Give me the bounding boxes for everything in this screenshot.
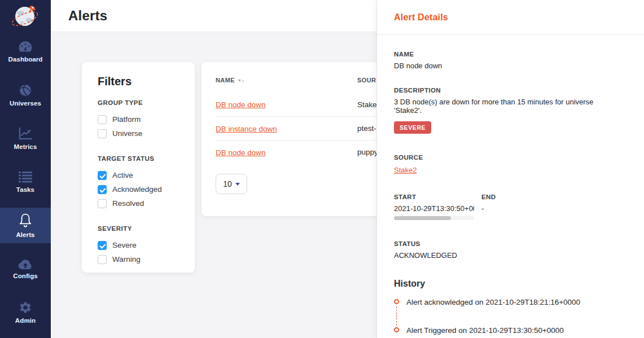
timeline-marker-icon <box>394 299 399 304</box>
name-column-label: NAME <box>216 77 235 84</box>
gear-icon <box>19 301 32 314</box>
universe-checkbox[interactable] <box>98 129 107 138</box>
filter-group-label: TARGET STATUS <box>98 155 183 162</box>
start-field: START 2021-10-29T13:30:50+0000 <box>394 194 481 220</box>
sidebar-item-universes[interactable]: Universes <box>0 77 51 113</box>
description-field-value: 3 DB node(s) are down for more than 15 m… <box>394 98 623 115</box>
gauge-icon <box>18 41 33 53</box>
sidebar-item-tasks[interactable]: Tasks <box>0 164 51 200</box>
history-item: Alert acknowledged on 2021-10-29T18:21:1… <box>394 298 623 306</box>
history-item-text: Alert Triggered on 2021-10-29T13:30:50+0… <box>406 326 564 335</box>
caret-down-icon <box>235 183 240 186</box>
sidebar: Dashboard Universes Metrics <box>0 0 51 338</box>
history-title: History <box>394 279 623 289</box>
sidebar-item-alerts[interactable]: Alerts <box>0 208 51 243</box>
chart-icon <box>18 127 33 141</box>
start-scrollbar-track <box>394 216 474 220</box>
sidebar-item-admin[interactable]: Admin <box>0 295 51 330</box>
severe-checkbox[interactable] <box>98 241 107 250</box>
timeline-marker-icon <box>394 327 399 332</box>
sidebar-item-label: Metrics <box>14 143 37 150</box>
globe-icon <box>19 84 32 97</box>
sidebar-item-configs[interactable]: Configs <box>0 251 51 287</box>
filter-option-active: Active <box>98 168 183 182</box>
platform-checkbox[interactable] <box>98 115 107 124</box>
filter-option-resolved: Resolved <box>98 196 183 210</box>
filter-option-label: Resolved <box>112 199 144 208</box>
source-field: SOURCE Stake2 <box>394 154 623 175</box>
sidebar-item-label: Configs <box>13 273 38 279</box>
filter-group-label: GROUP TYPE <box>98 99 183 106</box>
description-field: DESCRIPTION 3 DB node(s) are down for mo… <box>394 87 623 134</box>
resolved-checkbox[interactable] <box>98 199 107 208</box>
filter-option-platform: Platform <box>98 112 183 126</box>
page-size-dropdown[interactable]: 10 <box>216 174 247 194</box>
source-link[interactable]: Stake2 <box>394 166 417 174</box>
alert-details-title: Alert Details <box>394 12 448 23</box>
page-title: Alerts <box>68 8 107 24</box>
alert-source-cell: ptest- <box>357 124 376 133</box>
alert-name-link[interactable]: DB node down <box>216 148 266 157</box>
alert-details-header: Alert Details <box>377 0 644 35</box>
status-field: STATUS ACKNOWLEDGED <box>394 240 623 260</box>
alerts-page: Dashboard Universes Metrics <box>0 0 644 338</box>
filter-option-acknowledged: Acknowledged <box>98 182 183 196</box>
filter-option-label: Acknowledged <box>112 185 162 194</box>
status-field-value: ACKNOWLEDGED <box>394 251 623 260</box>
planet-rocket-logo-icon <box>11 1 40 33</box>
sidebar-item-label: Dashboard <box>8 56 43 63</box>
description-field-label: DESCRIPTION <box>394 87 623 94</box>
name-column-header[interactable]: NAME▼▲ <box>216 74 357 85</box>
sidebar-item-label: Alerts <box>16 231 34 238</box>
history-timeline: Alert acknowledged on 2021-10-29T18:21:1… <box>394 298 623 335</box>
filters-panel: Filters GROUP TYPE Platform Universe TAR… <box>82 62 195 273</box>
acknowledged-checkbox[interactable] <box>98 185 107 194</box>
alert-details-panel: Alert Details NAME DB node down DESCRIPT… <box>376 0 644 338</box>
sidebar-item-dashboard[interactable]: Dashboard <box>0 34 51 69</box>
source-field-label: SOURCE <box>394 154 623 161</box>
filter-option-universe: Universe <box>98 126 183 141</box>
sidebar-item-metrics[interactable]: Metrics <box>0 121 51 156</box>
filter-option-label: Active <box>112 171 133 179</box>
history-item-text: Alert acknowledged on 2021-10-29T18:21:1… <box>406 298 580 306</box>
timeline-connector <box>396 306 397 326</box>
start-scrollbar-thumb[interactable] <box>394 216 451 220</box>
filters-title: Filters <box>98 75 183 88</box>
alert-details-body: NAME DB node down DESCRIPTION 3 DB node(… <box>377 35 644 335</box>
filter-option-label: Warning <box>112 255 141 264</box>
page-size-value: 10 <box>223 179 232 188</box>
sidebar-item-label: Admin <box>15 317 36 324</box>
start-field-value: 2021-10-29T13:30:50+0000 <box>394 204 474 213</box>
filter-group-group-type: GROUP TYPE Platform Universe <box>98 99 183 141</box>
filter-option-label: Platform <box>112 115 141 124</box>
active-checkbox[interactable] <box>98 171 107 180</box>
list-icon <box>18 171 33 183</box>
sort-asc-icon[interactable]: ▲ <box>241 78 244 82</box>
start-end-fields: START 2021-10-29T13:30:50+0000 END - <box>394 194 623 220</box>
filter-group-target-status: TARGET STATUS Active Acknowledged Resolv… <box>98 155 183 210</box>
filter-group-severity: SEVERITY Severe Warning <box>98 225 183 266</box>
name-field-label: NAME <box>394 51 623 58</box>
name-field-value: DB node down <box>394 62 623 70</box>
start-field-label: START <box>394 194 481 200</box>
filter-group-label: SEVERITY <box>98 225 183 232</box>
sidebar-nav: Dashboard Universes Metrics <box>0 34 51 338</box>
cloud-icon <box>17 258 33 270</box>
severity-badge: SEVERE <box>394 121 431 134</box>
app-logo[interactable] <box>0 0 51 34</box>
alert-source-cell: Stake <box>357 100 377 109</box>
name-field: NAME DB node down <box>394 51 623 70</box>
filter-option-label: Severe <box>112 241 137 249</box>
alert-name-link[interactable]: DB node down <box>216 100 266 109</box>
end-field-value: - <box>481 204 496 213</box>
alert-source-cell: puppy <box>357 148 378 156</box>
status-field-label: STATUS <box>394 240 623 247</box>
alert-name-link[interactable]: DB instance down <box>216 125 277 133</box>
warning-checkbox[interactable] <box>98 255 107 264</box>
sidebar-item-label: Tasks <box>16 186 34 193</box>
history-item: Alert Triggered on 2021-10-29T13:30:50+0… <box>394 326 623 335</box>
sidebar-item-label: Universes <box>10 100 41 107</box>
filter-option-warning: Warning <box>98 252 183 266</box>
filter-option-label: Universe <box>112 129 142 138</box>
filter-option-severe: Severe <box>98 238 183 252</box>
